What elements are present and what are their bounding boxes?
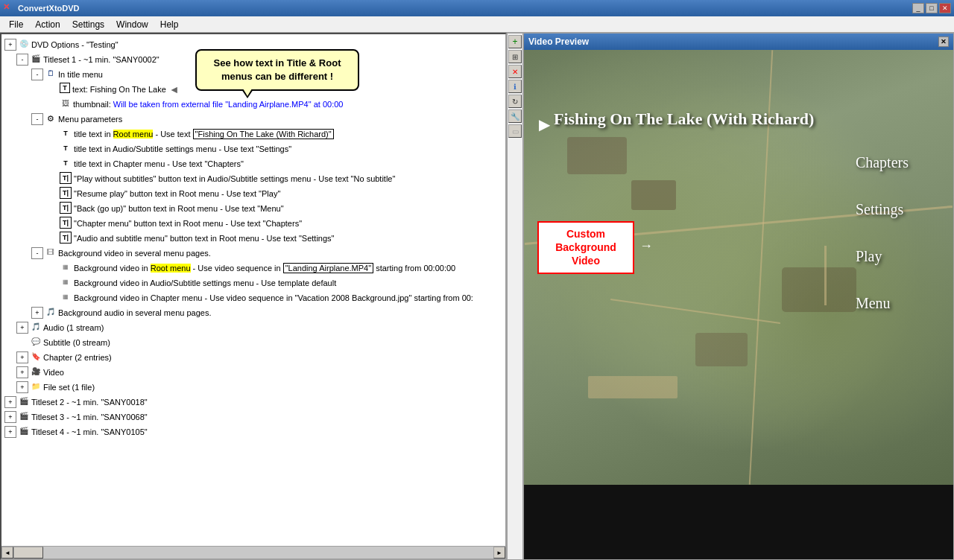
scroll-thumb[interactable] <box>13 547 43 559</box>
bg-audio-section-label: Background audio in several menu pages. <box>58 306 211 319</box>
icon-titleset4: 🎬 <box>18 425 30 437</box>
spacer9 <box>46 217 58 229</box>
menu-item-settings[interactable]: Settings <box>856 201 903 218</box>
chapter-btn-label: "Chapter menu" button text in Root menu … <box>74 217 302 230</box>
icon-title-menu: 🗒 <box>45 68 57 80</box>
tree-row-titleset4[interactable]: + 🎬 Titleset 4 - ~1 min. "SANY0105" <box>1 424 505 439</box>
tree-row-titleset2[interactable]: + 🎬 Titleset 2 - ~1 min. "SANY0018" <box>1 395 505 410</box>
expander-chapter[interactable]: + <box>16 351 28 363</box>
icon-fileset: 📁 <box>30 381 42 392</box>
menu-file[interactable]: File <box>3 18 29 31</box>
expander-bg-audio[interactable]: + <box>31 307 43 319</box>
spacer5 <box>46 157 58 169</box>
menu-window[interactable]: Window <box>110 18 154 31</box>
tree-row-bg-root[interactable]: ▦ Background video in Root menu - Use vi… <box>1 261 505 276</box>
add-button[interactable]: + <box>508 35 522 48</box>
tree-row-titleset3[interactable]: + 🎬 Titleset 3 - ~1 min. "SANY0068" <box>1 410 505 424</box>
preview-title: Video Preview <box>528 36 589 47</box>
menu-title-arrow: ▶ <box>539 115 550 133</box>
tree-row-resume-play[interactable]: T| "Resume play" button text in Root men… <box>1 186 505 201</box>
icon-t-root: T <box>60 127 72 139</box>
thumbnail-label: thumbnail: Will be taken from external f… <box>73 98 343 111</box>
fileset-label: File set (1 file) <box>43 381 95 394</box>
subtitle-label: Subtitle (0 stream) <box>43 336 110 349</box>
bg-section-label: Background video in several menu pages. <box>58 246 211 260</box>
icon-titleset1: 🎬 <box>30 53 42 65</box>
expander-titleset2[interactable]: + <box>4 396 16 408</box>
arrow-indicator: ◄ <box>169 83 180 96</box>
tree-row-chapter-btn[interactable]: T| "Chapter menu" button text in Root me… <box>1 216 505 231</box>
bg-chapter-label: Background video in Chapter menu - Use v… <box>74 291 473 305</box>
expander-title-menu[interactable]: - <box>31 69 43 80</box>
tree-row-menu-params[interactable]: - ⚙ Menu parameters <box>1 112 505 127</box>
window-controls[interactable]: _ □ ✕ <box>912 3 951 13</box>
menu-items-list: Chapters Settings Play Menu <box>856 154 909 312</box>
icon-bg-audio: ▦ <box>60 276 72 288</box>
expander-menu-params[interactable]: - <box>31 113 43 125</box>
remove-button[interactable]: ✕ <box>508 65 522 78</box>
tree-row-video[interactable]: + 🎥 Video <box>1 365 505 380</box>
menu-settings[interactable]: Settings <box>66 18 110 31</box>
tree-row-bg-chapter[interactable]: ▦ Background video in Chapter menu - Use… <box>1 290 505 305</box>
tree-row-no-subtitle[interactable]: T| "Play without subtitles" button text … <box>1 171 505 186</box>
expander-video[interactable]: + <box>16 366 28 378</box>
tree-row-subtitle[interactable]: 💬 Subtitle (0 stream) <box>1 335 505 350</box>
tree-row-fileset[interactable]: + 📁 File set (1 file) <box>1 380 505 395</box>
scroll-right-btn[interactable]: ► <box>493 547 505 559</box>
horizontal-scrollbar[interactable]: ◄ ► <box>1 546 505 559</box>
menu-item-play[interactable]: Play <box>856 248 882 265</box>
refresh-button[interactable]: ↻ <box>508 95 522 108</box>
menu-action[interactable]: Action <box>29 18 66 31</box>
tree-row-bg-audio[interactable]: ▦ Background video in Audio/Subtitle set… <box>1 276 505 290</box>
icon-menu-params: ⚙ <box>45 112 57 124</box>
tree-row-thumbnail[interactable]: 🖼 thumbnail: Will be taken from external… <box>1 97 505 112</box>
maximize-button[interactable]: □ <box>926 3 938 13</box>
icon-bg-chapter: ▦ <box>60 291 72 303</box>
expander-bg[interactable]: - <box>31 247 43 259</box>
back-label: "Back (go up)" button text in Root menu … <box>74 202 284 215</box>
menu-help[interactable]: Help <box>154 18 185 31</box>
settings-tool-button[interactable]: 🔧 <box>508 109 522 123</box>
tree-row-bg-audio-section[interactable]: + 🎵 Background audio in several menu pag… <box>1 305 505 320</box>
icon-titleset3: 🎬 <box>18 410 30 422</box>
grid-button[interactable]: ⊞ <box>508 50 522 63</box>
menu-item-menu[interactable]: Menu <box>856 295 891 312</box>
tree-row-chapter[interactable]: + 🔖 Chapter (2 entries) <box>1 350 505 365</box>
tree-row-bg-section[interactable]: - 🎞 Background video in several menu pag… <box>1 246 505 261</box>
scroll-track[interactable] <box>13 547 493 559</box>
menu-item-chapters[interactable]: Chapters <box>856 154 909 171</box>
expander-dvd[interactable]: + <box>4 39 16 51</box>
menu-params-label: Menu parameters <box>58 112 122 126</box>
icon-t-chapter: T <box>60 157 72 169</box>
icon-dvd: 💿 <box>18 38 30 50</box>
tree-row-audio-stream[interactable]: + 🎵 Audio (1 stream) <box>1 320 505 335</box>
tree-row-audio-title[interactable]: T title text in Audio/Subtitle settings … <box>1 141 505 156</box>
icon-audio-stream: 🎵 <box>30 321 42 333</box>
info-button[interactable]: ℹ <box>508 80 522 93</box>
expander-fileset[interactable]: + <box>16 381 28 393</box>
tree-area[interactable]: See how text in Title & Root menus can b… <box>1 34 505 546</box>
spacer8 <box>46 202 58 214</box>
icon-bg-audio-section: 🎵 <box>45 306 57 318</box>
expander-titleset1[interactable]: - <box>16 54 28 66</box>
text-fishing-label: text: Fishing On The Lake <box>72 83 166 96</box>
minimize-button[interactable]: _ <box>912 3 924 13</box>
tree-row-chapter-title[interactable]: T title text in Chapter menu - Use text … <box>1 156 505 171</box>
custom-bg-label: Custom Background Video <box>537 221 634 274</box>
tree-row-root-title[interactable]: T title text in Root menu - Use text "Fi… <box>1 127 505 141</box>
icon-ti-audio-btn: T| <box>60 232 72 244</box>
dvd-label: DVD Options - "Testing" <box>31 38 119 51</box>
spacer13 <box>46 291 58 303</box>
tree-row-audio-btn[interactable]: T| "Audio and subtitle menu" button text… <box>1 231 505 246</box>
preview-close-button[interactable]: ✕ <box>938 36 949 47</box>
spacer12 <box>46 276 58 288</box>
spacer6 <box>46 172 58 184</box>
expander-audio[interactable]: + <box>16 322 28 334</box>
expander-titleset3[interactable]: + <box>4 411 16 423</box>
layout-button[interactable]: ▭ <box>508 124 522 138</box>
tree-row-back[interactable]: T| "Back (go up)" button text in Root me… <box>1 201 505 216</box>
close-button[interactable]: ✕ <box>939 3 951 13</box>
scroll-left-btn[interactable]: ◄ <box>1 547 13 559</box>
expander-titleset4[interactable]: + <box>4 426 16 438</box>
menu-bar: File Action Settings Window Help <box>0 16 954 33</box>
